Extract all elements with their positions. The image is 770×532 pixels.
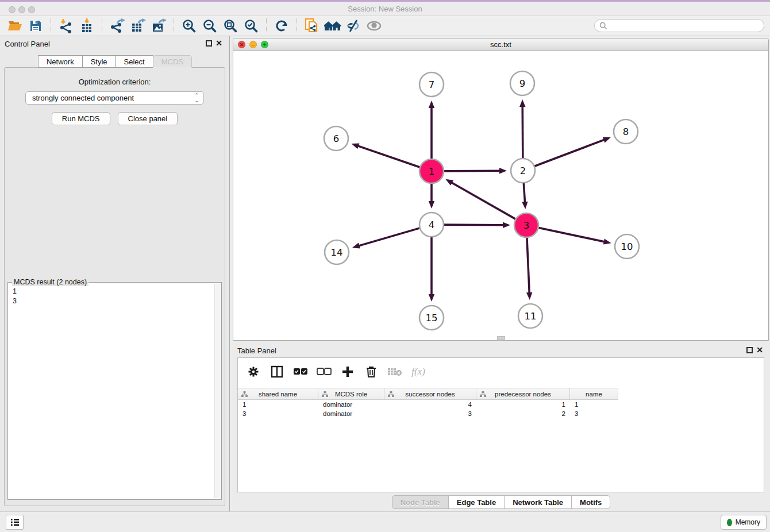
graph-node-15[interactable]: 15 — [419, 306, 444, 330]
import-network-icon — [59, 18, 74, 33]
toggle-label-visibility-button[interactable] — [343, 17, 364, 34]
save-session-button[interactable] — [25, 17, 46, 34]
table-cell[interactable]: 3 — [384, 410, 476, 419]
graph-edge-3-1[interactable] — [445, 179, 515, 219]
table-cell[interactable]: 4 — [384, 400, 476, 410]
close-panel-button[interactable]: Close panel — [118, 112, 178, 125]
function-builder-button[interactable]: f(x) — [411, 364, 426, 379]
column-header-name[interactable]: name — [570, 388, 618, 399]
graph-node-9[interactable]: 9 — [510, 71, 534, 95]
graph-node-7[interactable]: 7 — [419, 72, 444, 97]
tab-node-table[interactable]: Node Table — [392, 495, 449, 509]
select-all-button[interactable] — [293, 364, 308, 379]
graph-edge-4-14[interactable] — [352, 228, 420, 249]
table-cell[interactable]: 1 — [476, 400, 570, 410]
graph-node-11[interactable]: 11 — [518, 304, 542, 328]
show-hide-graphics-button[interactable] — [364, 17, 384, 34]
table-settings-button[interactable] — [246, 364, 261, 379]
import-network-button[interactable] — [56, 17, 76, 34]
column-header-successor-nodes[interactable]: successor nodes — [384, 388, 476, 399]
deselect-all-button[interactable] — [317, 364, 332, 379]
clone-network-button[interactable] — [302, 17, 322, 34]
column-header-MCDS-role[interactable]: MCDS role — [318, 388, 384, 399]
search-input[interactable] — [610, 22, 759, 30]
float-panel-icon[interactable] — [206, 40, 212, 47]
delete-column-button[interactable] — [364, 364, 379, 379]
main-toolbar — [0, 16, 770, 36]
memory-button[interactable]: Memory — [721, 515, 767, 530]
tab-edge-table[interactable]: Edge Table — [448, 495, 505, 509]
graph-node-4[interactable]: 4 — [419, 213, 444, 237]
select-stepper-icon: ⌃⌄ — [194, 93, 199, 103]
run-mcds-button[interactable]: Run MCDS — [52, 112, 110, 125]
graph-node-14[interactable]: 14 — [325, 240, 349, 264]
graph-edge-4-15[interactable] — [429, 237, 434, 302]
tab-style[interactable]: Style — [82, 55, 116, 68]
status-bar: Memory — [0, 511, 770, 532]
graph-node-10[interactable]: 10 — [615, 234, 639, 259]
edge-arrowhead-icon — [499, 168, 507, 174]
column-header-shared-name[interactable]: shared name — [238, 388, 318, 399]
unchecked-boxes-icon — [317, 368, 332, 376]
table-cell[interactable]: 2 — [476, 410, 570, 419]
mcds-result-list[interactable]: 13 — [8, 284, 214, 499]
tab-network[interactable]: Network — [38, 55, 83, 68]
close-panel-icon[interactable]: ✕ — [756, 345, 763, 354]
graph-node-6[interactable]: 6 — [324, 126, 348, 151]
graph-edge-2-8[interactable] — [534, 137, 611, 167]
table-row[interactable]: 1dominator411 — [238, 400, 764, 410]
zoom-fit-button[interactable] — [220, 17, 241, 34]
zoom-out-button[interactable] — [199, 17, 220, 34]
table-cell[interactable]: dominator — [318, 400, 384, 410]
graph-edge-1-7[interactable] — [429, 101, 434, 159]
network-window-titlebar[interactable]: ✕ – + scc.txt — [233, 38, 768, 51]
graph-edge-2-3[interactable] — [522, 183, 528, 209]
optimization-criterion-label: Optimization criterion: — [5, 78, 225, 86]
table-cell[interactable]: 3 — [570, 410, 618, 419]
zoom-in-button[interactable] — [179, 17, 199, 34]
show-column-button[interactable] — [270, 364, 284, 379]
graph-node-2[interactable]: 2 — [511, 159, 535, 183]
close-panel-icon[interactable]: ✕ — [215, 38, 222, 48]
export-table-button[interactable] — [128, 17, 148, 34]
tab-mcds[interactable]: MCDS — [153, 55, 192, 68]
show-all-networks-button[interactable] — [322, 17, 343, 34]
tab-motifs[interactable]: Motifs — [571, 495, 610, 509]
network-resize-grip[interactable] — [497, 336, 505, 340]
table-cell[interactable]: 1 — [238, 400, 318, 410]
mcds-result-scrollbar[interactable] — [214, 284, 221, 498]
graph-edge-1-4[interactable] — [429, 183, 434, 209]
zoom-selected-button[interactable] — [241, 17, 261, 34]
table-cell[interactable]: dominator — [318, 410, 384, 419]
graph-node-label: 9 — [519, 78, 526, 89]
table-cell[interactable]: 1 — [570, 400, 618, 410]
task-history-button[interactable] — [6, 515, 24, 530]
graph-node-1[interactable]: 1 — [419, 159, 444, 183]
graph-edge-1-2[interactable] — [444, 168, 507, 174]
graph-edge-2-9[interactable] — [519, 99, 525, 159]
tab-network-table[interactable]: Network Table — [504, 495, 572, 509]
add-column-button[interactable] — [340, 364, 355, 379]
graph-edge-1-6[interactable] — [351, 143, 420, 167]
export-network-button[interactable] — [107, 17, 128, 34]
export-image-button[interactable] — [148, 17, 169, 34]
table-cell[interactable]: 3 — [238, 410, 318, 419]
graph-edge-4-3[interactable] — [444, 222, 510, 228]
open-session-button[interactable] — [5, 17, 25, 34]
optimization-criterion-select[interactable]: strongly connected component ⌃⌄ — [25, 91, 204, 105]
table-row[interactable]: 3dominator323 — [238, 410, 764, 419]
import-table-button[interactable] — [76, 17, 97, 34]
refresh-layout-button[interactable] — [271, 17, 292, 34]
graph-node-3[interactable]: 3 — [514, 213, 538, 237]
edge-arrowhead-icon — [429, 294, 434, 302]
graph-node-8[interactable]: 8 — [614, 119, 638, 144]
graph-edge-3-11[interactable] — [526, 237, 532, 300]
float-panel-icon[interactable] — [746, 347, 753, 353]
tab-select[interactable]: Select — [116, 55, 153, 68]
control-panel: Control Panel ✕ NetworkStyleSelectMCDS O… — [0, 36, 230, 511]
network-canvas[interactable]: 7968124314101511 — [233, 52, 768, 340]
delete-table-button[interactable] — [387, 364, 402, 379]
search-box[interactable] — [594, 19, 764, 32]
column-header-predecessor-nodes[interactable]: predecessor nodes — [476, 388, 570, 399]
graph-edge-3-10[interactable] — [538, 228, 611, 244]
